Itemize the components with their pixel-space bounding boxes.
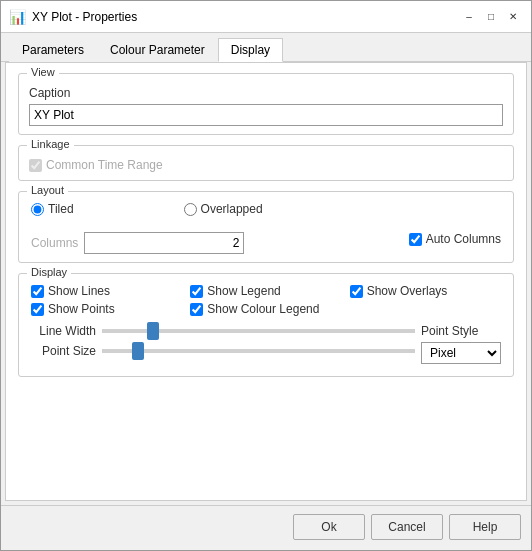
auto-columns-label: Auto Columns [426, 232, 501, 246]
close-button[interactable]: ✕ [503, 8, 523, 26]
show-legend-label: Show Legend [207, 284, 280, 298]
footer: Ok Cancel Help [1, 505, 531, 550]
help-button[interactable]: Help [449, 514, 521, 540]
window-title: XY Plot - Properties [32, 10, 137, 24]
line-width-row: Line Width [31, 324, 415, 338]
linkage-group: Linkage Common Time Range [18, 145, 514, 181]
tab-bar: Parameters Colour Parameter Display [1, 33, 531, 62]
title-controls: – □ ✕ [459, 8, 523, 26]
view-group-content: Caption XY Plot [29, 86, 503, 126]
show-lines-label: Show Lines [48, 284, 110, 298]
cancel-button[interactable]: Cancel [371, 514, 443, 540]
main-content: View Caption XY Plot Linkage Common Time… [5, 62, 527, 501]
window-icon: 📊 [9, 9, 26, 25]
caption-row: Caption [29, 86, 503, 100]
common-time-range-checkbox [29, 159, 42, 172]
tab-colour-parameter[interactable]: Colour Parameter [97, 38, 218, 62]
point-size-row: Point Size [31, 344, 415, 358]
linkage-group-title: Linkage [27, 138, 74, 150]
view-group-title: View [27, 66, 59, 78]
tiled-radio-item: Tiled [31, 202, 74, 216]
slider-section: Line Width Point Size Point Style Pixel … [31, 324, 501, 364]
point-style-label: Point Style [421, 324, 478, 338]
show-points-item: Show Points [31, 302, 182, 316]
auto-columns-checkbox[interactable] [409, 233, 422, 246]
show-lines-checkbox[interactable] [31, 285, 44, 298]
title-bar: 📊 XY Plot - Properties – □ ✕ [1, 1, 531, 33]
show-colour-legend-label: Show Colour Legend [207, 302, 319, 316]
show-legend-checkbox[interactable] [190, 285, 203, 298]
ok-button[interactable]: Ok [293, 514, 365, 540]
common-time-range-row: Common Time Range [29, 158, 503, 172]
display-group: Display Show Lines Show Legend Show Over… [18, 273, 514, 377]
columns-row: Columns 2 [31, 232, 244, 254]
title-bar-left: 📊 XY Plot - Properties [9, 9, 137, 25]
columns-label: Columns [31, 236, 78, 250]
auto-columns-row: Auto Columns [409, 232, 501, 246]
show-lines-item: Show Lines [31, 284, 182, 298]
tiled-radio[interactable] [31, 203, 44, 216]
show-overlays-label: Show Overlays [367, 284, 448, 298]
tiled-label: Tiled [48, 202, 74, 216]
show-points-checkbox[interactable] [31, 303, 44, 316]
tab-display[interactable]: Display [218, 38, 283, 62]
show-overlays-checkbox[interactable] [350, 285, 363, 298]
point-style-section: Point Style Pixel Circle Square Diamond … [421, 324, 501, 364]
main-window: 📊 XY Plot - Properties – □ ✕ Parameters … [0, 0, 532, 551]
line-width-slider[interactable] [102, 329, 415, 333]
display-checks-grid: Show Lines Show Legend Show Overlays Sho… [31, 284, 501, 316]
layout-group-title: Layout [27, 184, 68, 196]
caption-label: Caption [29, 86, 70, 100]
columns-input[interactable]: 2 [84, 232, 244, 254]
empty-cell [350, 302, 501, 316]
display-group-title: Display [27, 266, 71, 278]
show-colour-legend-item: Show Colour Legend [190, 302, 341, 316]
maximize-button[interactable]: □ [481, 8, 501, 26]
show-overlays-item: Show Overlays [350, 284, 501, 298]
point-size-label: Point Size [31, 344, 96, 358]
tab-parameters[interactable]: Parameters [9, 38, 97, 62]
overlapped-label: Overlapped [201, 202, 263, 216]
show-colour-legend-checkbox[interactable] [190, 303, 203, 316]
layout-bottom-row: Columns 2 Auto Columns [31, 224, 501, 254]
caption-input[interactable]: XY Plot [29, 104, 503, 126]
slider-rows: Line Width Point Size [31, 324, 415, 358]
line-width-label: Line Width [31, 324, 96, 338]
point-size-slider[interactable] [102, 349, 415, 353]
layout-radio-group: Tiled Overlapped [31, 202, 501, 216]
common-time-range-label: Common Time Range [46, 158, 163, 172]
overlapped-radio-item: Overlapped [184, 202, 263, 216]
minimize-button[interactable]: – [459, 8, 479, 26]
linkage-group-content: Common Time Range [29, 158, 503, 172]
point-style-select[interactable]: Pixel Circle Square Diamond Triangle [421, 342, 501, 364]
layout-group: Layout Tiled Overlapped Columns 2 [18, 191, 514, 263]
overlapped-radio[interactable] [184, 203, 197, 216]
view-group: View Caption XY Plot [18, 73, 514, 135]
show-points-label: Show Points [48, 302, 115, 316]
show-legend-item: Show Legend [190, 284, 341, 298]
